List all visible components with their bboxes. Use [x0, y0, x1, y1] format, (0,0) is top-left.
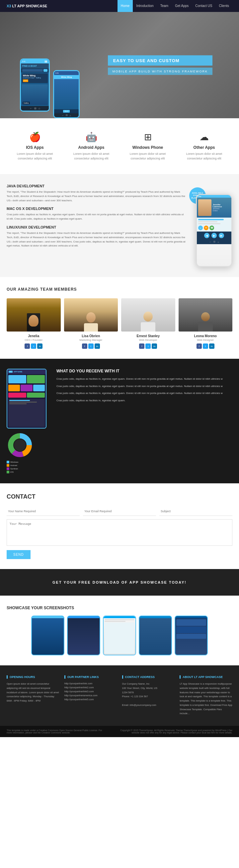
screenshots-section: SHOWCASE YOUR SCREENSHOTS — [0, 596, 239, 665]
footer-link-2[interactable]: http://yourpartnerlink3.com — [64, 690, 117, 693]
footer: OPENING HOURS Open ipsum dolor sit amet … — [0, 665, 239, 726]
download-banner: GET YOUR FREE DOWNLOAD OF APP SHOWCASE T… — [0, 569, 239, 596]
footer-link-1[interactable]: http://yourpartnerlink2.com — [64, 686, 117, 689]
screenshots-grid — [7, 616, 232, 655]
li-icon-1[interactable]: in — [37, 343, 42, 349]
member-name-4: Leona Moreno — [179, 334, 233, 338]
footer-col-links: OUR PARTNER LINKS http://yourpartnerlink… — [64, 675, 117, 716]
hero-phones: 9:41 ▋▋ FIND A BOAT White Wing Quantum C… — [20, 59, 80, 118]
nav-home[interactable]: Home — [117, 0, 133, 12]
footer-about-title: ABOUT LT APP SHOWCASE — [179, 675, 232, 679]
tablet-screen: ≡ APP NAME — [7, 369, 46, 429]
phone-front: 9:41 White Wing Book ← ⊟ ⌂ — [53, 70, 80, 118]
receive-title: WHAT DO YOU RECEIVE WITH IT — [57, 369, 232, 373]
tw-icon-4[interactable]: t — [203, 343, 208, 349]
dev-mac-text: Cras justo odio, dapibus ac facilisis in… — [7, 213, 186, 221]
chart-label-0: Windows — [10, 461, 18, 463]
feature-ios: 🍎 IOS Apps Lorem ipsum dolor sit amet co… — [7, 128, 63, 164]
dev-linux-title: LINUX/UNIX DEVELOPMENT — [7, 225, 186, 229]
screenshots-title: SHOWCASE YOUR SCREENSHOTS — [7, 606, 232, 610]
screenshot-3 — [103, 616, 136, 655]
pie-chart-svg — [7, 432, 33, 458]
footer-links-title: OUR PARTNER LINKS — [64, 675, 117, 679]
receive-para-2: Cras justo odio, dapibus ac facilisis in… — [57, 391, 232, 396]
chart-label-3: iOS — [10, 471, 13, 473]
tw-icon-1[interactable]: t — [31, 343, 36, 349]
screenshot-1 — [31, 616, 64, 655]
android-desc: Lorem ipsum dolor sit amet consectetur a… — [66, 152, 116, 161]
dev-phone-img: ●●● Jennifer Lawrence ★★★★★ Online ♪ ✉ ☎ — [196, 194, 232, 267]
feature-windows: ⊞ Windows Phone Lorem ipsum dolor sit am… — [120, 128, 176, 164]
footer-bottom: This template is made under a Creative C… — [0, 726, 239, 737]
team-grid: Jenelia CEO / Founder f t in Lisa Obrien… — [7, 298, 232, 349]
receive-section: ≡ APP NAME — [0, 359, 239, 483]
windows-icon: ⊞ — [123, 131, 173, 143]
navbar: X3 LT APP SHOWCASE Home Introduction Tea… — [0, 0, 239, 12]
li-icon-4[interactable]: in — [209, 343, 214, 349]
member-social-4: f t in — [179, 343, 233, 349]
send-button[interactable]: SEND — [7, 550, 31, 559]
screenshot-5 — [175, 616, 208, 655]
member-role-1: CEO / Founder — [7, 339, 61, 341]
name-input[interactable] — [7, 507, 80, 516]
hero-tagline1: EASY TO USE AND CUSTOM — [108, 56, 212, 66]
team-title: OUR AMAZING TEAM MEMBERS — [7, 287, 232, 292]
email-input[interactable] — [83, 507, 156, 516]
receive-para-3: Cras justo odio, dapibus ac facilisis in… — [57, 398, 232, 403]
svg-point-4 — [14, 439, 26, 451]
android-icon: 🤖 — [66, 131, 116, 143]
team-member-1: Jenelia CEO / Founder f t in — [7, 298, 61, 349]
footer-bottom-right: Copyright © 2015 ThemeXpose. All Rights … — [116, 729, 232, 734]
hero-tagline2: MOBILE APP BUILD WITH STRONG FRAMEWORK — [108, 68, 212, 75]
dev-java-text: The report, "The Student & the Stopwatch… — [7, 190, 186, 203]
footer-link-0[interactable]: http://yourpartnerlink.com — [64, 682, 117, 685]
contact-title: CONTACT — [7, 493, 232, 500]
android-title: Android Apps — [66, 145, 116, 150]
nav-logo-main: LT APP SHOWCASE — [12, 4, 47, 8]
other-title: Other Apps — [179, 145, 229, 150]
li-icon-2[interactable]: in — [95, 343, 100, 349]
footer-link-4[interactable]: http://yourpartnerlink5.com — [64, 698, 117, 701]
hero-text: EASY TO USE AND CUSTOM MOBILE APP BUILD … — [108, 56, 212, 75]
fb-icon-3[interactable]: f — [139, 343, 144, 349]
phone-back: 9:41 ▋▋ FIND A BOAT White Wing Quantum C… — [20, 59, 50, 112]
receive-para-1: Cras justo odio, dapibus ac facilisis in… — [57, 384, 232, 389]
fb-icon-1[interactable]: f — [25, 343, 30, 349]
nav-team[interactable]: Team — [157, 0, 172, 12]
member-role-3: Web Developer — [121, 339, 175, 341]
fb-icon-2[interactable]: f — [82, 343, 87, 349]
nav-contact[interactable]: Contact US — [192, 0, 215, 12]
dev-java-title: JAVA DEVELOPMENT — [7, 184, 186, 188]
team-member-2: Lisa Obrien Marketing Manager f t in — [64, 298, 118, 349]
member-social-2: f t in — [64, 343, 118, 349]
footer-contact-title: CONTACT ADDRESS — [122, 675, 175, 679]
li-icon-3[interactable]: in — [152, 343, 157, 349]
nav-getapps[interactable]: Get Apps — [172, 0, 192, 12]
nav-logo: X3 LT APP SHOWCASE — [7, 4, 47, 8]
dev-phone-container: AVAILABLEFOR ALLPLATFORMS ●●● Jennifer L… — [193, 184, 232, 267]
feature-android: 🤖 Android Apps Lorem ipsum dolor sit ame… — [63, 128, 120, 164]
ios-icon: 🍎 — [10, 131, 60, 143]
nav-introduction[interactable]: Introduction — [133, 0, 157, 12]
footer-col-about: ABOUT LT APP SHOWCASE LT App Showcase is… — [179, 675, 232, 716]
download-text: GET YOUR FREE DOWNLOAD OF APP SHOWCASE T… — [53, 580, 186, 584]
dev-content: JAVA DEVELOPMENT The report, "The Studen… — [7, 184, 186, 267]
fb-icon-4[interactable]: f — [197, 343, 202, 349]
footer-link-3[interactable]: http://yourpartneramerica.com — [64, 694, 117, 697]
subject-input[interactable] — [159, 507, 232, 516]
receive-tablet: ≡ APP NAME — [7, 369, 50, 473]
footer-bottom-left: This template is made under a Creative C… — [7, 729, 106, 734]
tw-icon-3[interactable]: t — [145, 343, 151, 349]
avatar-jenelia — [7, 298, 61, 332]
tw-icon-2[interactable]: t — [88, 343, 94, 349]
windows-title: Windows Phone — [123, 145, 173, 150]
footer-hours-text: Open ipsum dolor sit amet consectetur ad… — [7, 682, 60, 703]
footer-col-contact: CONTACT ADDRESS Our Company Name, Inc 10… — [122, 675, 175, 716]
receive-content: WHAT DO YOU RECEIVE WITH IT Cras justo o… — [57, 369, 232, 405]
other-desc: Lorem ipsum dolor sit amet consectetur a… — [179, 152, 229, 161]
nav-clients[interactable]: Clients — [215, 0, 232, 12]
footer-hours-title: OPENING HOURS — [7, 675, 60, 679]
nav-links: Home Introduction Team Get Apps Contact … — [117, 0, 232, 12]
screenshot-2 — [67, 616, 100, 655]
message-textarea[interactable] — [7, 519, 232, 546]
